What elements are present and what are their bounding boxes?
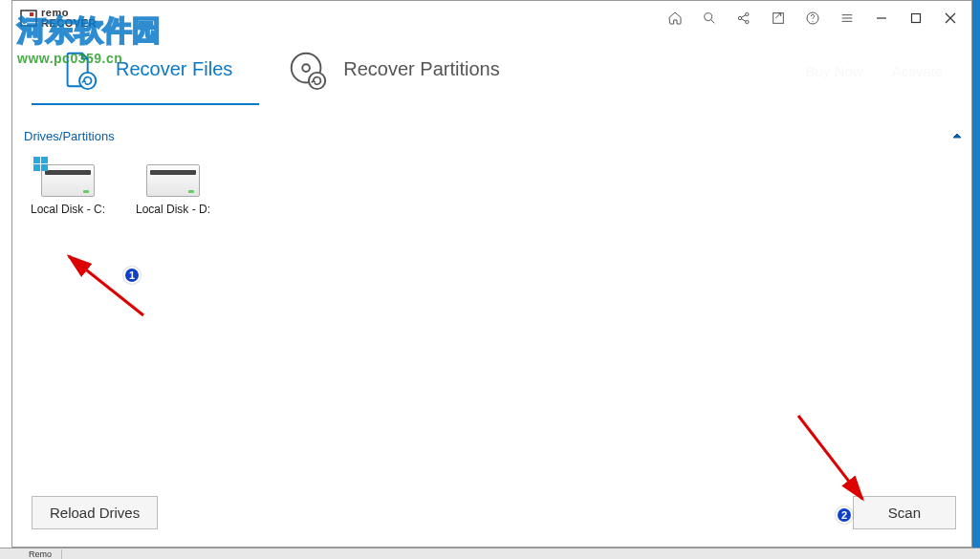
scan-button[interactable]: Scan — [853, 496, 956, 529]
drive-icon — [41, 164, 95, 197]
svg-point-2 — [705, 12, 712, 20]
title-bar: remo RECOVER — [12, 1, 971, 35]
svg-rect-16 — [33, 164, 40, 171]
recover-files-icon — [58, 48, 102, 92]
footer-bar: Reload Drives Scan — [22, 488, 964, 539]
share-icon[interactable] — [727, 1, 761, 35]
svg-rect-9 — [912, 13, 921, 22]
desktop-background-strip — [0, 0, 11, 559]
svg-point-3 — [738, 16, 741, 19]
svg-point-4 — [746, 12, 749, 15]
svg-rect-15 — [41, 157, 48, 163]
close-button[interactable] — [933, 1, 968, 35]
logo-text-bottom: RECOVER — [41, 18, 97, 29]
tab-recover-partitions[interactable]: Recover Partitions — [259, 35, 526, 105]
tab-row: Recover Files Recover Partitions Buy Now… — [12, 35, 971, 106]
drive-label: Local Disk - C: — [31, 203, 105, 216]
svg-point-13 — [309, 72, 325, 88]
faded-actions: Buy Now Activate — [806, 35, 943, 106]
faded-buy-now: Buy Now — [806, 63, 863, 79]
svg-rect-1 — [30, 12, 33, 16]
tab-label: Recover Files — [116, 58, 232, 80]
app-logo: remo RECOVER — [20, 8, 97, 29]
taskbar-item[interactable]: Remo — [19, 549, 62, 559]
minimize-button[interactable] — [864, 1, 899, 35]
section-title: Drives/Partitions — [24, 129, 952, 143]
logo-mark-icon — [20, 10, 37, 27]
tab-label: Recover Partitions — [343, 58, 499, 80]
recover-partitions-icon — [286, 48, 330, 92]
drive-list: Local Disk - C: Local Disk - D: — [22, 149, 964, 488]
svg-rect-0 — [21, 11, 36, 26]
svg-point-12 — [303, 64, 311, 72]
svg-rect-6 — [773, 12, 784, 23]
svg-rect-14 — [33, 157, 40, 163]
help-icon[interactable] — [795, 1, 830, 35]
taskbar: Remo — [0, 548, 980, 559]
tab-recover-files[interactable]: Recover Files — [32, 35, 259, 105]
windows-badge-icon — [33, 157, 49, 172]
main-content: Drives/Partitions Local Dis — [12, 106, 971, 547]
chevron-up-icon — [952, 129, 962, 143]
menu-icon[interactable] — [830, 1, 864, 35]
svg-point-5 — [746, 20, 749, 23]
faded-activate: Activate — [892, 63, 943, 79]
search-icon[interactable] — [692, 1, 727, 35]
svg-point-8 — [812, 20, 813, 21]
drive-icon — [146, 164, 200, 197]
drive-d[interactable]: Local Disk - D: — [131, 161, 215, 220]
svg-rect-17 — [41, 164, 48, 171]
svg-point-10 — [79, 72, 96, 88]
home-icon[interactable] — [658, 1, 692, 35]
section-header-drives[interactable]: Drives/Partitions — [22, 129, 964, 149]
app-window: remo RECOVER — [11, 0, 972, 548]
drive-label: Local Disk - D: — [136, 203, 210, 216]
reload-drives-button[interactable]: Reload Drives — [32, 496, 158, 529]
export-icon[interactable] — [761, 1, 795, 35]
drive-c[interactable]: Local Disk - C: — [26, 161, 110, 220]
maximize-button[interactable] — [899, 1, 933, 35]
window-controls — [864, 1, 968, 35]
titlebar-actions — [658, 1, 864, 35]
